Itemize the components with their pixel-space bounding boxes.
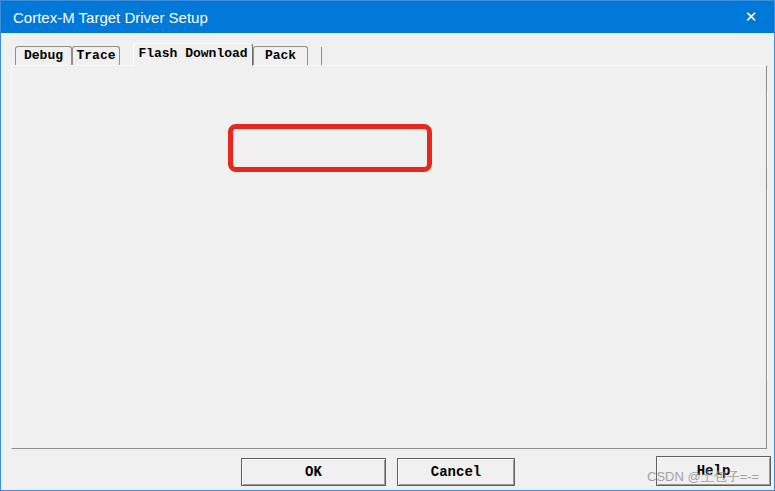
cancel-button[interactable]: Cancel <box>397 458 515 486</box>
tab-pack[interactable]: Pack <box>253 46 308 65</box>
ok-button[interactable]: OK <box>241 458 386 486</box>
help-button[interactable]: Help <box>656 456 771 486</box>
tab-trace[interactable]: Trace <box>72 46 120 65</box>
dialog-window: Cortex-M Target Driver Setup ✕ Debug Tra… <box>0 0 775 491</box>
tab-strip-divider <box>321 47 322 65</box>
window-title: Cortex-M Target Driver Setup <box>1 9 208 26</box>
flash-download-page <box>11 65 767 449</box>
ok-button-label: OK <box>305 464 322 480</box>
tab-trace-label: Trace <box>76 48 115 63</box>
close-icon[interactable]: ✕ <box>728 1 774 33</box>
title-bar[interactable]: Cortex-M Target Driver Setup <box>1 1 774 33</box>
tab-pack-label: Pack <box>265 48 296 63</box>
tab-flash-download-label: Flash Download <box>138 46 247 61</box>
cancel-button-label: Cancel <box>431 464 481 480</box>
tab-debug[interactable]: Debug <box>15 46 72 65</box>
tab-debug-label: Debug <box>24 48 63 63</box>
tab-flash-download[interactable]: Flash Download <box>133 43 253 66</box>
help-button-label: Help <box>697 463 731 479</box>
